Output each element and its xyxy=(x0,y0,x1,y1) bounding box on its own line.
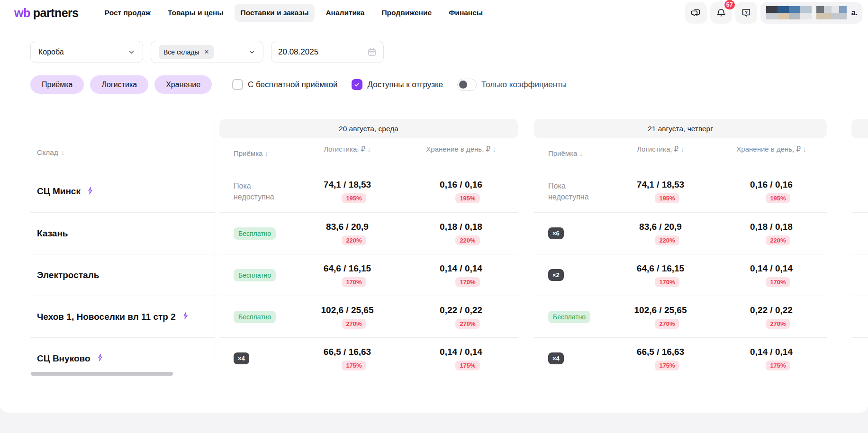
available-to-ship-label: Доступны к отгрузке xyxy=(367,80,443,90)
tariff-chip-хранение[interactable]: Хранение xyxy=(154,75,212,94)
logistics-cell-value: 66,5 / 16,63 xyxy=(324,347,371,357)
column-divider xyxy=(215,121,215,361)
table-row: Бесплатно64,6 / 16,15170%0,14 / 0,14170% xyxy=(219,254,518,296)
filters-row: Короба Все склады ✕ 20.08.2025 xyxy=(30,41,384,63)
column-header-logistics[interactable]: Логистика, ₽ ↓первый / доп.л xyxy=(605,144,716,171)
reception-cell: ×4 xyxy=(534,338,605,379)
warehouse-column-header[interactable]: Склад ↓ xyxy=(37,148,65,157)
warehouse-header-label: Склад xyxy=(37,148,58,157)
storage-cell: 0,14 / 0,14175% xyxy=(404,338,518,379)
nav-item-продвижение[interactable]: Продвижение xyxy=(375,4,438,22)
warehouse-row[interactable]: Чехов 1, Новоселки вл 11 стр 2 xyxy=(30,296,215,337)
column-header-logistics[interactable]: Логистика, ₽ ↓первый / доп.л xyxy=(290,144,404,171)
horizontal-scrollbar[interactable] xyxy=(31,372,173,376)
logistics-cell-coefficient-badge: 170% xyxy=(655,277,679,287)
redacted-block xyxy=(789,13,800,19)
column-header-storage[interactable]: Хранение в день, ₽ ↓первый / доп.л xyxy=(716,144,827,171)
wb-partners-logo[interactable]: wbpartners xyxy=(14,6,79,20)
profile-menu[interactable]: а. xyxy=(760,2,862,24)
warehouse-row[interactable]: Казань xyxy=(30,212,215,254)
day-rows: Пока недоступна74,1 / 18,53195%0,16 / 0,… xyxy=(534,171,827,379)
table-row xyxy=(851,171,868,212)
reception-header-label: Приёмка xyxy=(548,149,577,157)
profile-avatar-redacted xyxy=(766,6,812,19)
logistics-cell-coefficient-badge: 220% xyxy=(342,235,366,245)
column-header-storage-label: Хранение в день, ₽ xyxy=(426,145,490,153)
redacted-block xyxy=(778,6,789,13)
storage-cell-coefficient-badge: 220% xyxy=(455,235,479,245)
day-header-partial xyxy=(851,119,868,138)
logo-partners: partners xyxy=(33,6,79,20)
warehouse-name: СЦ Минск xyxy=(37,186,81,197)
storage-cell-value: 0,22 / 0,22 xyxy=(440,305,482,316)
reception-unavailable-text: Пока недоступна xyxy=(234,180,286,202)
nav-item-товары-и-цены[interactable]: Товары и цены xyxy=(162,4,230,22)
table-row: Пока недоступна74,1 / 18,53195%0,16 / 0,… xyxy=(219,171,518,212)
warehouse-name: Чехов 1, Новоселки вл 11 стр 2 xyxy=(37,312,176,322)
storage-cell-value: 0,14 / 0,14 xyxy=(440,263,482,274)
logistics-cell-value: 64,6 / 16,15 xyxy=(637,263,684,274)
nav-item-аналитика[interactable]: Аналитика xyxy=(319,4,371,22)
toggle-off[interactable] xyxy=(457,79,477,91)
free-acceptance-label: С бесплатной приёмкой xyxy=(248,80,337,90)
reception-cell: ×6 xyxy=(534,213,605,254)
only-coefficients-toggle[interactable]: Только коэффициенты xyxy=(457,79,567,91)
tariff-chip-приёмка[interactable]: Приёмка xyxy=(30,75,84,94)
warehouse-row[interactable]: СЦ Минск xyxy=(30,171,215,212)
spacer xyxy=(851,138,868,171)
reception-multiplier-badge: ×2 xyxy=(548,269,564,281)
chat-button[interactable] xyxy=(685,2,707,24)
nav-item-финансы[interactable]: Финансы xyxy=(443,4,489,22)
storage-cell: 0,22 / 0,22270% xyxy=(404,296,518,337)
reception-free-badge: Бесплатно xyxy=(234,269,276,281)
nav-item-рост-продаж[interactable]: Рост продаж xyxy=(99,4,157,22)
logistics-cell: 102,6 / 25,65270% xyxy=(290,296,404,337)
logistics-cell: 83,6 / 20,9220% xyxy=(290,213,404,254)
column-header-storage[interactable]: Хранение в день, ₽ ↓первый / доп.л xyxy=(404,144,518,171)
storage-cell-coefficient-badge: 195% xyxy=(766,193,790,203)
reception-free-badge: Бесплатно xyxy=(234,311,276,323)
table-row xyxy=(851,296,868,337)
tariff-chip-логистика[interactable]: Логистика xyxy=(90,75,148,94)
logistics-cell-value: 74,1 / 18,53 xyxy=(637,180,684,190)
warehouse-select[interactable]: Все склады ✕ xyxy=(151,41,263,63)
logistics-cell-value: 83,6 / 20,9 xyxy=(639,222,682,232)
warehouse-row[interactable]: Электросталь xyxy=(30,254,215,296)
top-navigation-bar: wbpartners Рост продажТовары и ценыПоста… xyxy=(0,0,868,26)
remove-warehouse-filter-icon[interactable]: ✕ xyxy=(204,48,209,55)
package-type-select[interactable]: Короба xyxy=(30,41,143,63)
storage-cell-value: 0,14 / 0,14 xyxy=(440,347,482,357)
date-input[interactable]: 20.08.2025 xyxy=(271,41,384,63)
available-to-ship-checkbox[interactable]: Доступны к отгрузке xyxy=(352,79,443,90)
reception-unavailable-text: Пока недоступна xyxy=(548,180,600,202)
column-header-reception[interactable]: Приёмка ↓ xyxy=(534,144,605,171)
nav-item-поставки-и-заказы[interactable]: Поставки и заказы xyxy=(235,4,315,22)
logistics-cell-value: 66,5 / 16,63 xyxy=(637,347,684,357)
bell-icon xyxy=(716,8,726,18)
redacted-block xyxy=(816,6,824,13)
help-button[interactable]: ? xyxy=(735,2,757,24)
logistics-cell: 64,6 / 16,15170% xyxy=(605,254,716,296)
profile-name-redacted xyxy=(816,6,847,19)
checkbox-unchecked[interactable] xyxy=(232,79,243,90)
column-header-reception[interactable]: Приёмка ↓ xyxy=(219,144,290,171)
redacted-block xyxy=(766,13,778,19)
redacted-block xyxy=(800,13,812,19)
column-header-storage-label: Хранение в день, ₽ xyxy=(736,145,801,153)
warehouse-chip[interactable]: Все склады ✕ xyxy=(159,45,214,59)
notifications-button[interactable]: 57 xyxy=(710,2,732,24)
free-acceptance-checkbox[interactable]: С бесплатной приёмкой xyxy=(232,79,337,90)
toggle-knob xyxy=(459,81,467,89)
reception-multiplier-badge: ×4 xyxy=(548,352,564,364)
reception-cell: Пока недоступна xyxy=(534,171,605,212)
chat-icon xyxy=(691,8,701,18)
main-nav: Рост продажТовары и ценыПоставки и заказ… xyxy=(99,4,489,22)
storage-cell-coefficient-badge: 170% xyxy=(455,277,479,287)
day-rows: Пока недоступна74,1 / 18,53195%0,16 / 0,… xyxy=(219,171,518,379)
logistics-cell-coefficient-badge: 175% xyxy=(342,361,366,370)
checkbox-checked[interactable] xyxy=(352,79,362,90)
logistics-cell-value: 64,6 / 16,15 xyxy=(324,263,371,274)
storage-cell: 0,16 / 0,16195% xyxy=(404,171,518,212)
storage-cell-value: 0,16 / 0,16 xyxy=(750,180,793,190)
sort-arrow-icon: ↓ xyxy=(492,145,496,153)
